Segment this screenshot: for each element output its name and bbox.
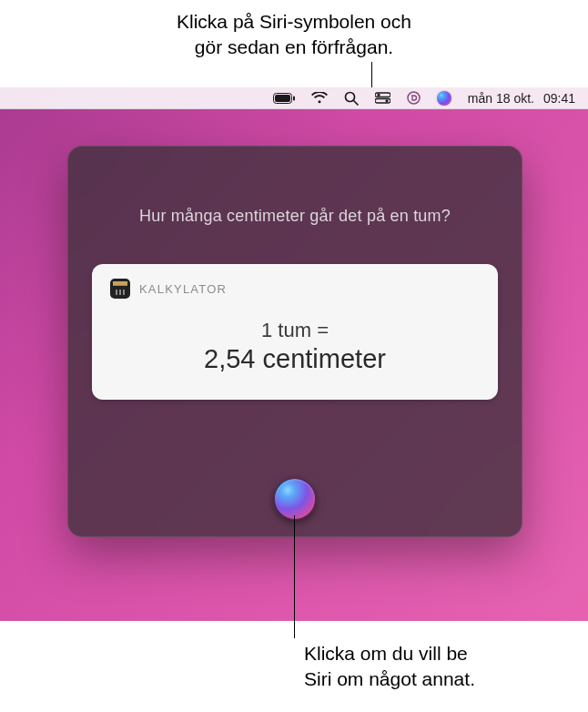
callout-top: Klicka på Siri-symbolen och gör sedan en… [0, 9, 588, 61]
svg-point-9 [408, 92, 420, 104]
callout-leader-top [371, 62, 372, 87]
siri-query-text: Hur många centimeter går det på en tum? [68, 207, 522, 226]
result-header: KALKYLATOR [110, 279, 480, 299]
svg-line-4 [353, 100, 358, 105]
announce-icon[interactable] [407, 91, 421, 105]
svg-rect-1 [275, 95, 290, 102]
control-center-icon[interactable] [375, 92, 390, 104]
callout-bottom-line2: Siri om något annat. [304, 666, 475, 692]
siri-window: Hur många centimeter går det på en tum? … [67, 146, 522, 537]
battery-icon[interactable] [273, 93, 295, 104]
wifi-icon[interactable] [311, 92, 328, 104]
result-equation-line1: 1 tum = [110, 319, 480, 342]
result-equation-line2: 2,54 centimeter [110, 344, 480, 374]
svg-rect-2 [293, 96, 295, 100]
siri-ask-button[interactable] [274, 478, 316, 520]
menubar-clock[interactable]: mån 18 okt. 09:41 [468, 91, 575, 106]
calculator-icon [110, 279, 130, 299]
siri-menubar-icon[interactable] [437, 91, 451, 106]
callout-bottom-line1: Klicka om du vill be [304, 641, 475, 666]
callout-bottom: Klicka om du vill be Siri om något annat… [0, 641, 588, 693]
result-source-label: KALKYLATOR [139, 282, 227, 296]
menubar-time: 09:41 [543, 91, 575, 106]
siri-result-card[interactable]: KALKYLATOR 1 tum = 2,54 centimeter [92, 264, 498, 400]
menubar-date: mån 18 okt. [468, 91, 534, 106]
callout-top-line2: gör sedan en förfrågan. [0, 35, 588, 60]
svg-point-8 [385, 99, 388, 102]
callout-leader-bottom [294, 515, 295, 638]
callout-top-line1: Klicka på Siri-symbolen och [0, 9, 588, 35]
svg-point-6 [377, 94, 380, 97]
spotlight-search-icon[interactable] [344, 91, 359, 106]
menubar: mån 18 okt. 09:41 [0, 87, 588, 109]
